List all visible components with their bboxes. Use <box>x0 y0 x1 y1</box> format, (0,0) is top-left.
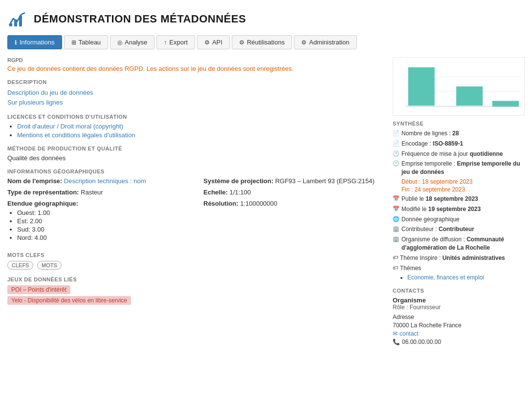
admin-icon: ⚙ <box>301 39 307 46</box>
contact-role: Rôle : Fournisseur <box>393 304 525 311</box>
export-icon: ↑ <box>164 39 167 46</box>
tab-export[interactable]: ↑ Export <box>156 35 195 49</box>
clock2-icon: 🕐 <box>393 160 399 167</box>
synthese-frequence-text: Fréquence de mise à jour quotidienne <box>401 150 525 158</box>
synthese-fin-text: Fin : 24 septembre 2023 <box>401 186 465 193</box>
tab-administration[interactable]: ⚙ Administration <box>294 35 356 49</box>
rgpd-label: RGPD <box>7 57 385 63</box>
etendue-list: Ouest: 1.00 Est: 2.00 Sud: 3.00 Nord: 4.… <box>17 209 189 241</box>
header: DÉMONSTRATION DES MÉTADONNÉES <box>7 5 525 35</box>
licences-label: LICENCES ET CONDITIONS D'UTILISATION <box>7 114 385 120</box>
rgpd-section: RGPD Ce jeu de données contient des donn… <box>7 57 385 72</box>
synthese-encodage-text: Encodage : ISO-8859-1 <box>401 140 525 148</box>
resolution-field: Résolution: 1:100000000 <box>203 200 385 207</box>
api-icon: ⚙ <box>204 39 210 46</box>
tags-container: CLEFS MOTS <box>7 261 385 270</box>
main-layout: RGPD Ce jeu de données contient des donn… <box>7 57 525 345</box>
synthese-donnee-geo: 🌐 Donnée géographique <box>393 215 525 224</box>
info-icon: ℹ <box>15 39 17 46</box>
synthese-publie-text: Publié le 18 septembre 2023 <box>401 195 525 203</box>
synthese-debut-text: Début : 18 septembre 2023 <box>401 178 472 185</box>
tab-export-label: Export <box>169 39 188 46</box>
synthese-donnee-geo-text: Donnée géographique <box>401 215 525 224</box>
list-item: Est: 2.00 <box>17 217 189 225</box>
svg-rect-2 <box>19 16 22 26</box>
tab-reutilisations[interactable]: ⚙ Réutilisations <box>232 35 292 49</box>
synthese-theme-inspire-text: Thème Inspire : Unités administratives <box>400 254 525 262</box>
email-icon: ✉ <box>393 330 398 337</box>
synthese-publie: 📅 Publié le 18 septembre 2023 <box>393 195 525 203</box>
linked-item-poi[interactable]: POI – Points d'intérêt <box>7 285 70 294</box>
synthese-title: SYNTHÈSE <box>393 121 525 127</box>
phone-icon: 📞 <box>393 339 400 345</box>
right-column: SYNTHÈSE 📄 Nombre de lignes : 28 📄 Encod… <box>393 57 525 345</box>
chart-container <box>393 57 525 116</box>
list-item: Nord: 4.00 <box>17 234 189 241</box>
description-section: DESCRIPTION Description du jeu de donnée… <box>7 79 385 107</box>
tag2-icon: 🏷 <box>393 265 398 271</box>
jeux-lies-label: JEUX DE DONNÉES LIÉS <box>7 276 385 282</box>
tab-reutilisations-label: Réutilisations <box>247 39 285 46</box>
contact-phone: 📞 06.00.00.00.00 <box>393 339 525 345</box>
svg-rect-1 <box>14 20 17 26</box>
synthese-emprise-value: Emprise temporelle du jeu de données <box>401 160 520 175</box>
tab-informations[interactable]: ℹ Informations <box>7 35 62 49</box>
synthese-modifie-value: 19 septembre 2023 <box>428 206 481 213</box>
resolution-value: 1:100000000 <box>240 200 277 207</box>
synthese-modifie: 📅 Modifié le 19 septembre 2023 <box>393 205 525 213</box>
chart-bar-3 <box>492 101 519 107</box>
list-item: Droit d'auteur / Droit moral (copyright) <box>17 123 385 130</box>
systeme-projection-label: Système de projection: <box>203 177 273 185</box>
chart-svg <box>393 58 524 115</box>
echelle-value: 1/1:100 <box>229 189 250 196</box>
synthese-modifie-text: Modifié le 19 septembre 2023 <box>401 205 525 213</box>
rgpd-text: Ce jeu de données contient des données R… <box>7 65 385 72</box>
tab-tableau[interactable]: ⊞ Tableau <box>64 35 109 49</box>
etendue-field: Etendue géographique: Ouest: 1.00 Est: 2… <box>7 200 189 241</box>
mots-clefs-section: MOTS CLEFS CLEFS MOTS <box>7 252 385 270</box>
tag-icon: 🏷 <box>393 255 398 260</box>
description-label: DESCRIPTION <box>7 79 385 85</box>
synthese-contributeur: 🏢 Contributeur : Contributeur <box>393 225 525 234</box>
tab-api[interactable]: ⚙ API <box>197 35 230 49</box>
tag-clefs[interactable]: CLEFS <box>7 261 33 270</box>
synthese-emprise-text: Emprise temporelle : Emprise temporelle … <box>401 160 525 176</box>
geo-label: INFORMATIONS GÉOGRAPHIQUES <box>7 169 385 174</box>
tab-analyse-label: Analyse <box>125 39 147 46</box>
synthese-publie-value: 18 septembre 2023 <box>425 195 478 202</box>
contact-email: ✉ contact <box>393 330 525 337</box>
jeux-lies-section: JEUX DE DONNÉES LIÉS POI – Points d'inté… <box>7 276 385 307</box>
contact-address-value: 70000 La Rochelle France <box>393 322 525 329</box>
synthese-fin: Fin : 24 septembre 2023 <box>401 186 525 193</box>
tab-analyse[interactable]: ◎ Analyse <box>110 35 155 49</box>
page: DÉMONSTRATION DES MÉTADONNÉES ℹ Informat… <box>0 0 532 350</box>
synthese-encodage-value: ISO-8859-1 <box>433 140 463 147</box>
tab-administration-label: Administration <box>309 39 349 46</box>
licence-link-2[interactable]: Mentions et conditions légales d'utilisa… <box>17 131 135 139</box>
tag-mots[interactable]: MOTS <box>37 261 62 270</box>
list-item: Mentions et conditions légales d'utilisa… <box>17 131 385 139</box>
synthese-lignes-text: Nombre de lignes : 28 <box>401 129 525 138</box>
synthese-emprise: 🕐 Emprise temporelle : Emprise temporell… <box>393 160 525 176</box>
reutilisations-icon: ⚙ <box>239 39 244 46</box>
synthese-lignes: 📄 Nombre de lignes : 28 <box>393 129 525 138</box>
contrib-icon: 🏢 <box>393 226 399 232</box>
contact-address-label: Adresse <box>393 314 525 320</box>
theme-link[interactable]: Economie, finances et emploi <box>407 274 484 281</box>
systeme-projection-value: RGF93 – Lambert 93 (EPSG:2154) <box>275 177 375 185</box>
tab-api-label: API <box>212 39 222 46</box>
left-column: RGPD Ce jeu de données contient des donn… <box>7 57 385 345</box>
contact-email-link[interactable]: contact <box>399 330 419 337</box>
linked-item-yelo[interactable]: Yelo - Disponibilité des vélos en libre-… <box>7 296 131 305</box>
synthese-debut: Début : 18 septembre 2023 <box>401 178 525 185</box>
synthese-contributeur-value: Contributeur <box>439 226 474 233</box>
clock-icon: 🕐 <box>393 150 399 157</box>
licence-link-1[interactable]: Droit d'auteur / Droit moral (copyright) <box>17 123 123 130</box>
synthese-themes: 🏷 Thèmes <box>393 264 525 273</box>
description-line2: Sur plusieurs lignes <box>7 98 385 107</box>
org-icon: 🏢 <box>393 236 399 242</box>
type-representation-label: Type de représentation: <box>7 189 79 196</box>
synthese-frequence: 🕐 Fréquence de mise à jour quotidienne <box>393 150 525 158</box>
synthese-organisme-text: Organisme de diffusion : Communauté d'ag… <box>401 235 525 252</box>
contact-org: Organisme <box>393 297 525 304</box>
